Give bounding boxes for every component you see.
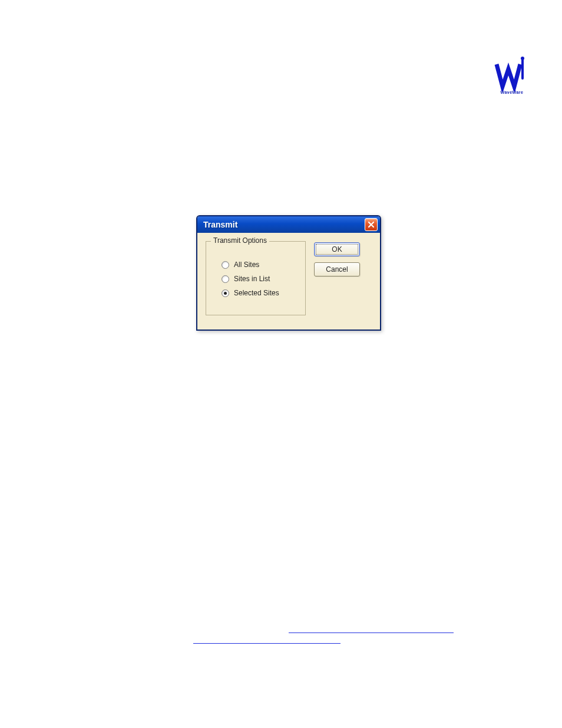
logo-caption: WaveWare	[501, 90, 524, 94]
footer-links	[0, 633, 562, 644]
dialog-title: Transmit	[203, 220, 237, 229]
cancel-button[interactable]: Cancel	[314, 262, 360, 276]
close-icon	[368, 221, 375, 228]
waveware-logo: WaveWare	[491, 56, 533, 100]
radio-icon	[222, 289, 229, 297]
footer-underline-1	[289, 633, 454, 634]
transmit-dialog: Transmit Transmit Options All Sites Site…	[196, 215, 381, 331]
radio-icon	[222, 261, 229, 269]
radio-label: Selected Sites	[234, 289, 279, 297]
radio-selected-sites[interactable]: Selected Sites	[222, 289, 295, 297]
ok-button[interactable]: OK	[314, 242, 360, 256]
radio-dot-icon	[224, 292, 227, 295]
group-title: Transmit Options	[211, 236, 269, 245]
close-button[interactable]	[365, 218, 378, 231]
radio-all-sites[interactable]: All Sites	[222, 261, 295, 269]
radio-label: All Sites	[234, 261, 259, 269]
logo-ww-icon	[494, 56, 530, 91]
radio-icon	[222, 275, 229, 283]
titlebar[interactable]: Transmit	[197, 216, 380, 233]
radio-label: Sites in List	[234, 275, 270, 283]
radio-sites-in-list[interactable]: Sites in List	[222, 275, 295, 283]
button-column: OK Cancel	[314, 241, 360, 276]
footer-underline-2	[193, 643, 340, 644]
dialog-body: Transmit Options All Sites Sites in List…	[197, 233, 380, 330]
transmit-options-group: Transmit Options All Sites Sites in List…	[206, 241, 306, 315]
